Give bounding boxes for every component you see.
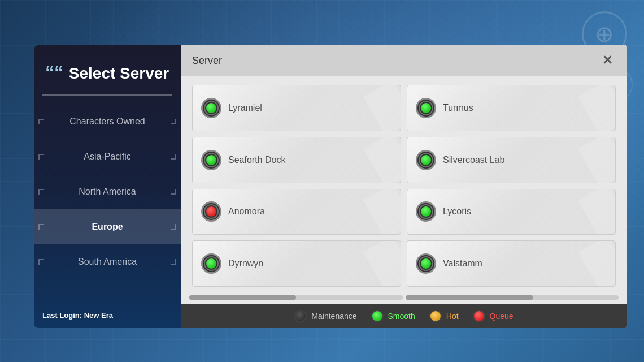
server-item-silvercoast-lab[interactable]: Silvercoast Lab [407,137,616,183]
status-dot-hot [429,310,442,322]
sidebar-item-asia-pacific[interactable]: Asia-Pacific [34,139,181,174]
server-header: Server ✕ [181,45,627,76]
server-item-anomora[interactable]: Anomora [192,189,401,235]
server-item-seaforth-dock[interactable]: Seaforth Dock [192,137,401,183]
sidebar-divider [42,94,172,96]
sidebar-item-north-america[interactable]: North America [34,174,181,209]
status-item-hot: Hot [429,310,459,322]
server-status-icon-anomora [201,201,221,222]
server-name-turmus: Turmus [443,103,473,113]
sidebar-item-europe[interactable]: Europe [34,209,181,244]
sidebar-title-text: Select Server [69,64,169,82]
server-grid: Lyramiel Turmus Seaforth Dock [181,76,627,295]
sidebar-item-south-america[interactable]: South America [34,244,181,279]
sidebar-footer: Last Login: New Era [42,311,113,320]
close-button[interactable]: ✕ [599,52,616,69]
status-label-queue: Queue [490,312,514,321]
server-status-icon-valstamm [416,253,436,274]
server-name-valstamm: Valstamm [443,258,482,269]
sidebar-item-characters-owned[interactable]: Characters Owned [34,104,181,139]
server-status-icon-silvercoast [416,150,436,170]
server-status-icon-seaforth [201,150,221,170]
server-name-silvercoast-lab: Silvercoast Lab [443,155,504,165]
server-panel-title: Server [192,55,222,67]
status-item-smooth: Smooth [371,310,415,322]
status-label-smooth: Smooth [388,312,415,321]
server-status-icon-turmus [416,98,436,118]
server-name-anomora: Anomora [228,206,265,217]
status-item-queue: Queue [473,310,514,322]
main-container: Select Server Characters Owned Asia-Paci… [34,45,627,328]
scroll-track-right[interactable] [406,295,619,300]
status-item-maintenance: Maintenance [294,310,356,322]
server-panel: Server ✕ Lyramiel Turmus [181,45,627,328]
server-name-lycoris: Lycoris [443,206,471,217]
server-name-lyramiel: Lyramiel [228,103,262,113]
server-name-seaforth-dock: Seaforth Dock [228,155,285,165]
scroll-thumb-right [406,295,534,300]
server-item-dyrnwyn[interactable]: Dyrnwyn [192,240,401,287]
server-item-lyramiel[interactable]: Lyramiel [192,85,401,131]
server-item-lycoris[interactable]: Lycoris [407,189,616,235]
sidebar: Select Server Characters Owned Asia-Paci… [34,45,181,328]
server-status-icon-lycoris [416,201,436,222]
server-name-dyrnwyn: Dyrnwyn [228,258,263,269]
status-dot-maintenance [294,310,307,322]
scroll-track-left[interactable] [189,295,403,300]
server-item-turmus[interactable]: Turmus [407,85,616,131]
status-bar: Maintenance Smooth Hot Queue [181,304,627,328]
status-label-maintenance: Maintenance [311,312,356,321]
scroll-area [181,295,627,304]
status-dot-smooth [371,310,384,322]
sidebar-title: Select Server [34,57,181,94]
scroll-thumb-left [189,295,296,300]
server-status-icon-dyrnwyn [201,253,221,274]
server-status-icon-lyramiel [201,98,221,118]
status-label-hot: Hot [446,312,459,321]
server-item-valstamm[interactable]: Valstamm [407,240,616,287]
status-dot-queue [473,310,485,322]
